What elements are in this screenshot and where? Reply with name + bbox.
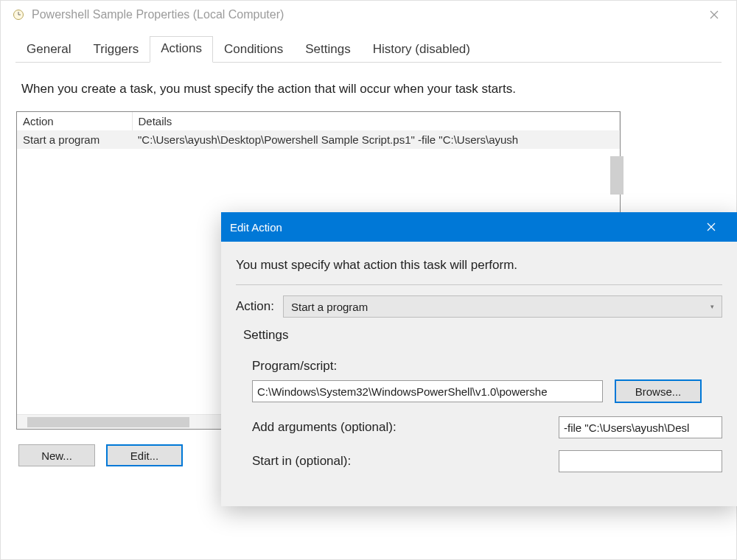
chevron-down-icon: ▾ [710,303,714,310]
tab-settings[interactable]: Settings [294,37,361,63]
actions-description: When you create a task, you must specify… [18,82,719,111]
browse-button[interactable]: Browse... [615,379,702,403]
edit-dialog-title: Edit Action [230,221,282,234]
settings-group: Settings Program/script: Browse... Add a… [243,328,722,472]
tab-actions[interactable]: Actions [150,36,213,63]
program-label: Program/script: [252,359,722,374]
tab-triggers[interactable]: Triggers [82,37,150,63]
column-header-details[interactable]: Details [132,112,620,130]
action-dropdown[interactable]: Start a program ▾ [283,295,722,318]
edit-button[interactable]: Edit... [106,444,183,466]
cell-details: "C:\Users\ayush\Desktop\Powershell Sampl… [132,130,620,149]
divider [236,284,722,285]
edit-dialog-body: You must specify what action this task w… [221,242,737,506]
tab-strip: General Triggers Actions Conditions Sett… [15,33,722,63]
program-script-input[interactable] [252,380,603,402]
close-button[interactable] [699,1,729,29]
window-title: Powershell Sample Properties (Local Comp… [32,8,284,21]
settings-heading: Settings [243,328,722,343]
action-dropdown-value: Start a program [291,301,368,313]
new-button[interactable]: New... [18,444,95,466]
arguments-row: Add arguments (optional): [252,416,722,438]
tab-history[interactable]: History (disabled) [362,37,481,63]
cell-action: Start a program [17,130,132,149]
startin-input[interactable] [559,450,722,472]
task-scheduler-icon [13,9,24,21]
startin-row: Start in (optional): [252,450,722,472]
edit-action-dialog: Edit Action You must specify what action… [221,212,737,506]
table-row[interactable]: Start a program "C:\Users\ayush\Desktop\… [17,130,620,149]
tab-conditions[interactable]: Conditions [213,37,294,63]
action-label: Action: [236,299,274,314]
action-row: Action: Start a program ▾ [236,295,722,318]
vertical-scrollbar[interactable] [610,156,624,195]
arguments-label: Add arguments (optional): [252,420,397,435]
arguments-input[interactable] [559,416,722,438]
titlebar: Powershell Sample Properties (Local Comp… [1,1,736,29]
scrollbar-thumb[interactable] [27,417,189,427]
edit-description: You must specify what action this task w… [236,258,722,273]
edit-titlebar: Edit Action [221,212,737,242]
program-row: Browse... [252,379,722,403]
startin-label: Start in (optional): [252,454,351,469]
column-header-action[interactable]: Action [17,112,132,130]
tab-general[interactable]: General [15,37,82,63]
edit-close-button[interactable] [694,212,728,242]
